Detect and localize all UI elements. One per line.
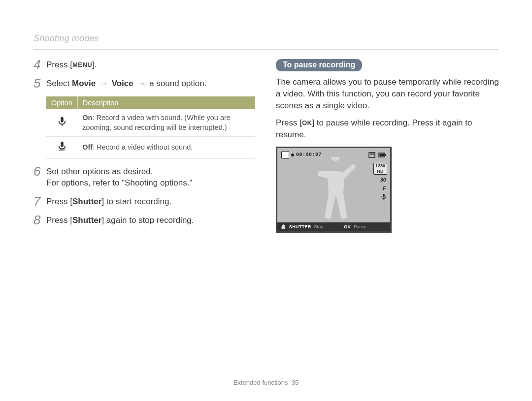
fps-badge: 30 (379, 177, 387, 183)
step-6: 6 Set other options as desired. For opti… (33, 166, 255, 189)
lcd-right-indicators: 1280 HD 30 F (373, 163, 387, 202)
svg-rect-2 (370, 154, 374, 154)
shutter-action-label: Stop (314, 224, 324, 229)
step-8: 8 Press [Shutter] again to stop recordin… (33, 215, 255, 226)
step-text: Set other options as desired. For option… (46, 166, 193, 189)
breadcrumb: Shooting modes (33, 33, 99, 44)
step-number: 7 (33, 195, 46, 208)
shutter-key-label: SHUTTER (289, 224, 311, 229)
hand-icon (280, 224, 286, 230)
cell-description: Off: Record a video without sound. (77, 137, 255, 159)
camera-lcd-preview: 00:00:07 1280 HD 30 F (276, 147, 392, 233)
step-text: Select Movie → Voice → a sound option. (46, 78, 206, 90)
record-dot-icon (291, 154, 294, 156)
microphone-icon (380, 193, 387, 202)
menu-key-label: MENU (72, 61, 92, 69)
step-number: 6 (33, 165, 46, 178)
svg-rect-4 (385, 154, 386, 156)
resolution-badge: 1280 HD (373, 163, 387, 175)
paragraph: Press [OK] to pause while recording. Pre… (276, 117, 500, 141)
step-4: 4 Press [MENU]. (33, 59, 255, 71)
section-callout: To pause recording (276, 59, 362, 71)
cell-description: On: Record a video with sound. (While yo… (77, 109, 255, 137)
right-column: To pause recording The camera allows you… (276, 59, 500, 233)
ok-key-label: OK (302, 119, 312, 127)
battery-icon (378, 152, 386, 158)
paragraph: The camera allows you to pause temporari… (276, 76, 500, 111)
step-number: 8 (33, 214, 46, 226)
subject-silhouette (312, 157, 359, 226)
arrow-right-icon: → (98, 79, 109, 88)
microphone-on-icon (57, 116, 67, 127)
step-number: 4 (33, 58, 46, 71)
f-icon: F (382, 185, 387, 191)
arrow-right-icon: → (135, 79, 147, 88)
step-7: 7 Press [Shutter] to start recording. (33, 196, 255, 208)
page-footer: Extended functions 35 (0, 379, 532, 386)
svg-rect-1 (369, 153, 375, 157)
table-row: OFF Off: Record a video without sound. (46, 137, 255, 159)
step-text: Press [Shutter] again to stop recording. (46, 215, 194, 226)
header-rule (33, 49, 499, 50)
step-text: Press [Shutter] to start recording. (46, 196, 171, 208)
sd-card-icon (368, 152, 376, 158)
camera-mode-icon (281, 151, 289, 159)
microphone-off-icon: OFF (57, 141, 67, 152)
svg-text:OFF: OFF (58, 148, 66, 152)
lcd-bottombar: SHUTTER Stop OK Pause (277, 222, 390, 231)
ok-key-label: OK (344, 224, 351, 229)
col-header-description: Description (77, 96, 255, 109)
left-column: 4 Press [MENU]. 5 Select Movie → Voice →… (33, 59, 255, 233)
step-text: Press [MENU]. (46, 59, 97, 71)
step-5: 5 Select Movie → Voice → a sound option. (33, 78, 255, 90)
table-row: On: Record a video with sound. (While yo… (46, 109, 255, 137)
options-table: Option Description On: Record a video wi… (46, 96, 255, 159)
ok-action-label: Pause (354, 224, 366, 229)
svg-rect-5 (380, 154, 384, 156)
col-header-option: Option (46, 96, 77, 109)
step-number: 5 (33, 77, 46, 90)
